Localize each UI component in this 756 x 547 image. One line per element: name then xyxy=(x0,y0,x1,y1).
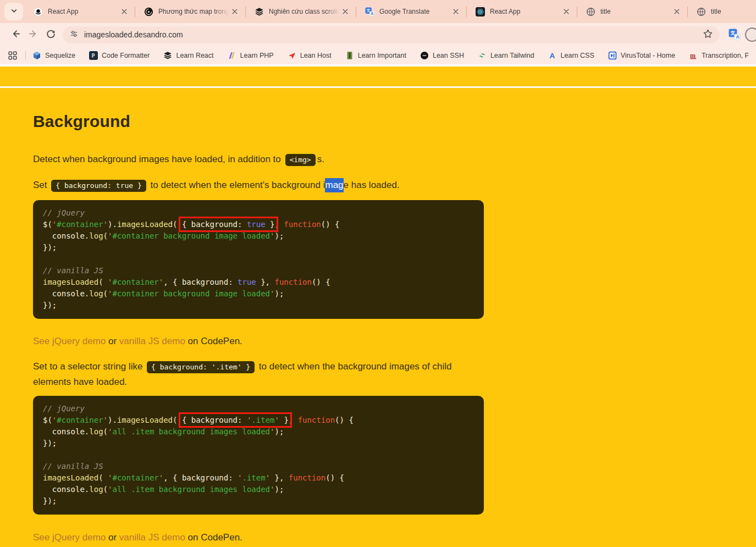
back-button[interactable] xyxy=(7,26,24,43)
code-token: console. xyxy=(43,231,89,240)
bookmark-item[interactable]: Learn React xyxy=(163,51,213,60)
code-token: ( xyxy=(173,220,182,229)
code-line: console.log('#container background image… xyxy=(43,230,474,242)
code-token: { background: xyxy=(182,416,247,424)
jquery-demo-link[interactable]: See jQuery demo xyxy=(33,336,106,346)
browser-window: React AppPhương thức map trong JNghiên c… xyxy=(0,0,756,547)
cursor-icon xyxy=(288,51,296,60)
code-token: imagesLoaded xyxy=(43,473,98,482)
bookmark-label: Learn CSS xyxy=(561,52,594,59)
code-line: }); xyxy=(43,242,474,253)
tab-separator xyxy=(245,7,246,17)
layers-icon xyxy=(254,7,264,16)
bookmark-label: Learn React xyxy=(176,52,213,59)
vanilla-js-demo-link[interactable]: vanilla JS demo xyxy=(119,532,185,543)
code-token: ). xyxy=(108,220,117,229)
reload-button[interactable] xyxy=(42,26,59,43)
code-token: ( xyxy=(103,485,108,494)
code-token: #container xyxy=(112,278,158,286)
browser-tab[interactable]: React App xyxy=(26,0,133,23)
code-token: all .item background images loaded xyxy=(112,427,270,436)
browser-tab[interactable]: Phương thức map trong J xyxy=(137,0,244,23)
code-block-background-true: // jQuery$('#container').imagesLoaded( {… xyxy=(33,200,484,319)
code-token: }, xyxy=(256,278,275,286)
code-token: , xyxy=(289,416,298,424)
red-m-icon: m xyxy=(689,51,698,60)
code-token: () { xyxy=(325,473,344,482)
jquery-demo-link[interactable]: See jQuery demo xyxy=(33,532,106,543)
tab-close-button[interactable] xyxy=(451,7,460,16)
forward-button[interactable] xyxy=(24,26,42,43)
code-token: $( xyxy=(43,220,52,229)
code-line xyxy=(43,253,474,265)
bookmark-item[interactable]: Sequelize xyxy=(32,51,75,60)
browser-tab[interactable]: title xyxy=(689,0,756,23)
tab-search-button[interactable] xyxy=(4,3,23,20)
code-token: }); xyxy=(43,439,57,447)
paragraph-text: or xyxy=(106,336,119,346)
tab-close-button[interactable] xyxy=(120,7,129,16)
tab-title: React App xyxy=(48,8,120,15)
code-token: ( xyxy=(98,278,108,286)
code-line: imagesLoaded( '#container', { background… xyxy=(43,472,474,484)
apps-grid-icon[interactable] xyxy=(8,51,18,60)
tab-close-button[interactable] xyxy=(341,7,350,16)
code-token: $( xyxy=(43,416,52,424)
translate-extension-icon[interactable]: A xyxy=(729,29,741,41)
profile-avatar[interactable] xyxy=(745,27,756,42)
code-token: } xyxy=(279,416,289,424)
address-bar[interactable]: imagesloaded.desandro.com xyxy=(63,26,720,43)
bookmark-label: VirusTotal - Home xyxy=(621,52,675,59)
bookmarks-separator xyxy=(25,51,26,60)
browser-tab[interactable]: React App xyxy=(468,0,575,23)
bookmark-item[interactable]: Lean SSH xyxy=(420,51,464,60)
code-token: ( xyxy=(98,473,108,482)
code-token: .item xyxy=(242,473,265,482)
bookmark-item[interactable]: Learn Tailwind xyxy=(478,51,534,60)
code-token: log xyxy=(89,427,103,436)
code-token: // jQuery xyxy=(43,208,85,217)
browser-tab[interactable]: AGoogle Translate xyxy=(358,0,465,23)
code-token: true xyxy=(238,278,256,286)
bookmark-item[interactable]: VirusTotal - Home xyxy=(608,51,675,60)
tab-close-button[interactable] xyxy=(562,7,571,16)
bookmark-item[interactable]: ALearn CSS xyxy=(548,51,594,60)
bookmark-item[interactable]: PCode Formatter xyxy=(89,51,150,60)
tab-title: title xyxy=(711,8,756,15)
paragraph-set-true: Set { background: true } to detect when … xyxy=(33,178,467,193)
bookmark-label: Code Formatter xyxy=(102,52,150,59)
bookmarks-bar: SequelizePCode FormatterLearn ReactLearn… xyxy=(0,46,756,64)
bookmark-item[interactable]: Lean Host xyxy=(288,51,332,60)
svg-text:A: A xyxy=(371,12,373,15)
vanilla-js-demo-link[interactable]: vanilla JS demo xyxy=(119,336,185,346)
code-token: ' xyxy=(159,278,163,286)
bookmark-label: Learn PHP xyxy=(240,52,274,59)
url-text[interactable]: imagesloaded.desandro.com xyxy=(84,30,703,39)
site-info-icon[interactable] xyxy=(69,29,79,41)
code-formatter-icon: P xyxy=(89,51,98,60)
bookmark-star-icon[interactable] xyxy=(703,29,713,41)
code-token: ( xyxy=(103,289,108,298)
code-token: () { xyxy=(312,278,330,286)
bookmark-item[interactable]: mTranscription, Pronu... xyxy=(689,51,748,60)
code-token: log xyxy=(89,485,103,494)
tabs-container: React AppPhương thức map trong JNghiên c… xyxy=(26,0,756,23)
tab-separator xyxy=(466,7,467,17)
svg-text:P: P xyxy=(91,53,95,59)
tab-close-button[interactable] xyxy=(230,7,239,16)
bookmark-label: Sequelize xyxy=(45,52,75,59)
bookmark-item[interactable]: Learn Important xyxy=(345,51,406,60)
dark-circle-icon xyxy=(420,51,429,60)
tab-close-button[interactable] xyxy=(672,7,681,16)
reload-icon xyxy=(46,29,56,41)
code-token: imagesLoaded xyxy=(117,416,173,424)
browser-tab[interactable]: Nghiên cứu class scrolling xyxy=(247,0,354,23)
code-token: log xyxy=(89,231,103,240)
code-token: #container xyxy=(57,416,103,424)
svg-text:A: A xyxy=(736,34,740,40)
browser-tab[interactable]: title xyxy=(579,0,686,23)
site-nav-band xyxy=(0,67,756,88)
code-token: ' xyxy=(103,416,108,424)
bookmark-item[interactable]: Learn PHP xyxy=(228,51,274,60)
svg-text:m: m xyxy=(690,51,696,59)
